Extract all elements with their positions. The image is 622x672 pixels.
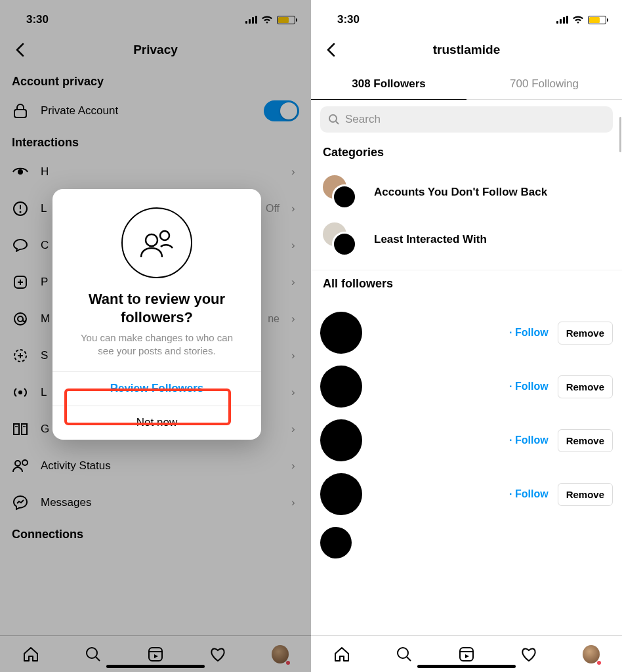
svg-point-12 [14, 313, 26, 325]
chevron-right-icon: › [291, 239, 299, 252]
remove-button[interactable]: Remove [558, 322, 613, 345]
search-placeholder: Search [345, 113, 381, 126]
svg-rect-1 [249, 19, 251, 24]
private-account-toggle[interactable] [264, 100, 299, 121]
section-interactions: Interactions [0, 129, 311, 154]
profile-tab[interactable] [272, 646, 289, 663]
search-tab[interactable] [396, 646, 413, 663]
reels-tab[interactable] [147, 646, 164, 663]
follow-link[interactable]: Follow [509, 327, 549, 339]
messenger-icon [12, 494, 29, 511]
reels-tab[interactable] [458, 646, 475, 663]
avatar[interactable] [320, 366, 362, 408]
svg-point-8 [20, 211, 22, 213]
scrollbar[interactable] [619, 117, 621, 152]
follower-item: Follow Remove [320, 473, 613, 515]
row-private-account: Private Account [0, 93, 311, 129]
modal-title: Want to review your followers? [52, 285, 261, 329]
row-activity-status[interactable]: Activity Status › [0, 448, 311, 484]
svg-rect-30 [563, 17, 565, 24]
activity-tab[interactable] [520, 646, 537, 663]
chevron-right-icon: › [291, 312, 299, 326]
nav-header: Privacy [0, 32, 311, 68]
svg-point-21 [22, 460, 28, 465]
svg-line-33 [336, 121, 339, 124]
all-followers-title: All followers [320, 270, 613, 300]
modal-subtitle: You can make changes to who can see your… [52, 329, 261, 371]
svg-rect-2 [252, 17, 254, 24]
status-icons [245, 16, 295, 24]
svg-rect-29 [560, 19, 562, 24]
follow-link[interactable]: Follow [509, 488, 549, 500]
remove-button[interactable]: Remove [558, 429, 613, 452]
chevron-right-icon: › [291, 386, 299, 399]
follow-tabs: 308 Followers 700 Following [311, 68, 622, 100]
story-icon [12, 347, 29, 364]
status-bar: 3:30 [311, 0, 622, 32]
page-title: Privacy [0, 43, 311, 57]
svg-rect-31 [566, 16, 568, 24]
follow-link[interactable]: Follow [509, 434, 549, 446]
home-indicator [417, 665, 516, 668]
chevron-right-icon: › [291, 276, 299, 289]
avatar[interactable] [320, 473, 362, 515]
followers-screen: 3:30 trustlamide 308 Followers 700 Follo… [311, 0, 622, 672]
svg-point-20 [15, 461, 20, 466]
chevron-right-icon: › [291, 459, 299, 472]
avatar[interactable] [320, 419, 362, 461]
section-account-privacy: Account privacy [0, 68, 311, 93]
home-tab[interactable] [333, 646, 350, 663]
post-icon [12, 274, 29, 291]
at-icon [12, 310, 29, 327]
battery-icon [588, 16, 606, 24]
profile-tab[interactable] [583, 646, 600, 663]
svg-point-32 [329, 115, 337, 122]
follower-item [320, 527, 613, 558]
status-bar: 3:30 [0, 0, 311, 32]
search-icon [328, 114, 340, 125]
row-messages[interactable]: Messages › [0, 484, 311, 521]
comment-icon [12, 237, 29, 254]
stacked-avatar-icon [323, 175, 362, 209]
username-title: trustlamide [311, 43, 622, 57]
not-now-button[interactable]: Not now [52, 406, 261, 440]
back-button[interactable] [318, 37, 344, 63]
category-no-follow-back[interactable]: Accounts You Don't Follow Back [320, 169, 613, 216]
remove-button[interactable]: Remove [558, 375, 613, 398]
svg-point-26 [146, 234, 157, 246]
activity-icon [12, 457, 29, 474]
home-tab[interactable] [22, 646, 39, 663]
svg-rect-28 [556, 21, 558, 24]
row-hidden-words[interactable]: H › [0, 154, 311, 190]
chevron-right-icon: › [291, 165, 299, 178]
search-tab[interactable] [85, 646, 102, 663]
category-least-interacted[interactable]: Least Interacted With [320, 216, 613, 263]
back-button[interactable] [7, 37, 33, 63]
svg-point-13 [18, 316, 23, 322]
tab-followers[interactable]: 308 Followers [311, 68, 466, 100]
modal-icon [52, 189, 261, 285]
review-followers-modal: Want to review your followers? You can m… [52, 189, 261, 440]
live-icon [12, 384, 29, 401]
svg-rect-3 [255, 16, 257, 24]
svg-line-23 [96, 657, 100, 661]
svg-point-27 [160, 231, 169, 240]
svg-point-17 [18, 390, 22, 394]
remove-button[interactable]: Remove [558, 483, 613, 506]
follow-link[interactable]: Follow [509, 381, 549, 392]
chevron-right-icon: › [291, 496, 299, 509]
review-followers-button[interactable]: Review Followers [52, 371, 261, 406]
chevron-right-icon: › [291, 349, 299, 362]
search-input[interactable]: Search [320, 106, 613, 133]
tab-following[interactable]: 700 Following [466, 68, 622, 100]
avatar[interactable] [320, 312, 362, 354]
svg-point-5 [18, 169, 23, 175]
status-time: 3:30 [337, 13, 360, 26]
chevron-right-icon: › [291, 202, 299, 215]
follower-item: Follow Remove [320, 366, 613, 408]
activity-tab[interactable] [209, 646, 226, 663]
svg-point-34 [398, 648, 408, 658]
avatar[interactable] [320, 527, 352, 558]
section-connections: Connections [0, 521, 311, 545]
home-indicator [106, 665, 205, 668]
